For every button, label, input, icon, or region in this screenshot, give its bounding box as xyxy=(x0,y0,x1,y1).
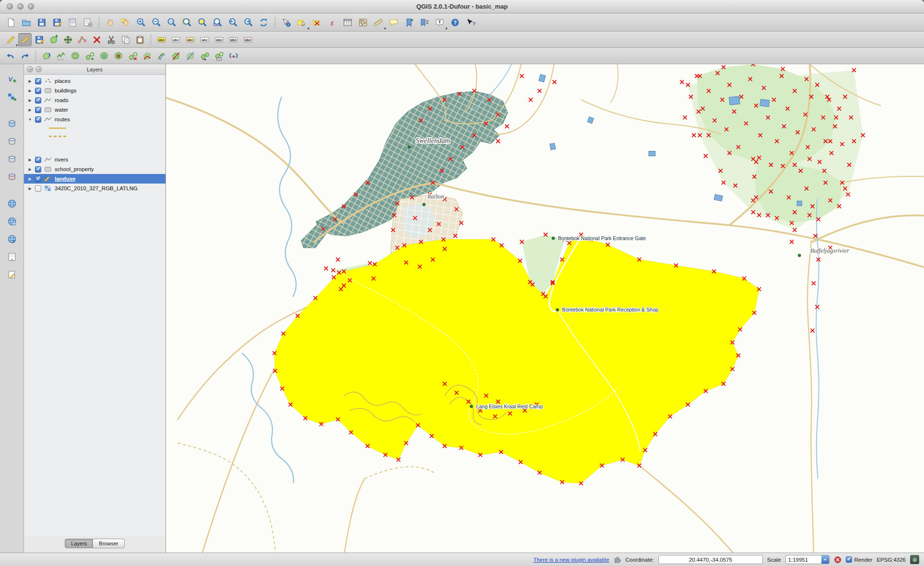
paste-features-button[interactable] xyxy=(133,33,147,46)
float-panel-button[interactable]: ○ xyxy=(35,66,42,72)
zoom-in-button[interactable] xyxy=(134,15,148,30)
map-tips-button[interactable] xyxy=(386,15,401,30)
scale-combobox[interactable]: 1:19951 ▾ xyxy=(785,555,830,564)
layer-visibility-checkbox[interactable] xyxy=(35,88,41,94)
highlight-pinned-labels-button[interactable] xyxy=(184,33,197,46)
new-project-button[interactable] xyxy=(4,15,18,30)
undo-button[interactable] xyxy=(4,49,17,63)
select-by-expression-button[interactable] xyxy=(325,15,339,30)
add-wcs-layer-button[interactable] xyxy=(5,214,19,229)
expand-arrow-icon[interactable]: ▶ xyxy=(27,167,33,172)
panel-tab-layers[interactable]: Layers xyxy=(65,539,93,548)
pan-map-button[interactable] xyxy=(103,15,117,30)
close-window-button[interactable] xyxy=(7,3,13,10)
layer-item-roads[interactable]: ▶roads xyxy=(24,95,165,105)
merge-attributes-button[interactable] xyxy=(212,49,226,63)
add-wms-layer-button[interactable] xyxy=(5,196,19,211)
rotate-feature-button[interactable] xyxy=(40,49,53,63)
expand-arrow-icon[interactable]: ▶ xyxy=(27,158,33,162)
expand-arrow-icon[interactable]: ▶ xyxy=(27,108,33,112)
add-part-button[interactable] xyxy=(83,49,96,63)
zoom-last-button[interactable] xyxy=(226,15,240,30)
save-project-as-button[interactable] xyxy=(50,15,64,30)
expand-arrow-icon[interactable]: ▶ xyxy=(27,89,33,93)
render-checkbox[interactable] xyxy=(846,556,852,563)
add-ring-button[interactable] xyxy=(69,49,82,63)
expand-arrow-icon[interactable]: ▶ xyxy=(27,177,33,181)
simplify-feature-button[interactable] xyxy=(54,49,68,63)
new-print-composer-button[interactable] xyxy=(65,15,80,30)
zoom-window-button[interactable] xyxy=(28,3,34,10)
add-oracle-layer-button[interactable] xyxy=(5,170,19,184)
layer-item-school_property[interactable]: ▶school_property xyxy=(24,164,165,174)
deselect-features-button[interactable] xyxy=(310,15,324,30)
show-bookmarks-button[interactable] xyxy=(417,15,432,30)
add-vector-layer-button[interactable] xyxy=(5,72,19,86)
reshape-features-button[interactable] xyxy=(140,49,154,63)
layer-item-buildings[interactable]: ▶buildings xyxy=(24,86,165,95)
text-annotation-button[interactable]: ▾ xyxy=(433,15,447,30)
save-layer-edits-button[interactable] xyxy=(33,33,46,46)
add-feature-button[interactable] xyxy=(47,33,60,46)
layer-item-routes[interactable]: ▼routes xyxy=(24,115,165,124)
select-features-button[interactable]: ▾ xyxy=(294,15,309,30)
layer-item-water[interactable]: ▶water xyxy=(24,105,165,115)
layer-item-places[interactable]: ▶places xyxy=(24,76,165,86)
scale-dropdown-button[interactable]: ▾ xyxy=(821,555,829,564)
new-shapefile-layer-button[interactable] xyxy=(5,267,19,282)
node-tool-button[interactable] xyxy=(76,33,89,46)
open-project-button[interactable] xyxy=(19,15,34,30)
zoom-out-button[interactable] xyxy=(149,15,164,30)
labeling-options-button[interactable] xyxy=(155,33,168,46)
whats-this-button[interactable] xyxy=(463,15,478,30)
help-button[interactable] xyxy=(448,15,462,30)
layer-visibility-checkbox[interactable] xyxy=(35,97,41,104)
stop-rendering-icon[interactable] xyxy=(834,556,842,564)
current-edits-button[interactable]: ▾ xyxy=(4,33,17,46)
layer-visibility-checkbox[interactable] xyxy=(35,166,41,173)
move-label-button[interactable] xyxy=(212,33,226,46)
add-postgis-layer-button[interactable] xyxy=(5,116,19,131)
minimize-window-button[interactable] xyxy=(17,3,23,10)
add-mssql-layer-button[interactable] xyxy=(5,152,19,166)
pan-to-selection-button[interactable] xyxy=(118,15,133,30)
close-panel-button[interactable]: × xyxy=(27,66,33,72)
move-feature-button[interactable] xyxy=(61,33,75,46)
map-canvas[interactable]: SwellendamRailtonBontebok National Park … xyxy=(166,64,924,553)
layer-visibility-checkbox[interactable] xyxy=(35,157,41,163)
add-wfs-layer-button[interactable] xyxy=(5,232,19,246)
refresh-map-button[interactable] xyxy=(257,15,271,30)
add-raster-layer-button[interactable] xyxy=(5,90,19,104)
show-hide-labels-button[interactable] xyxy=(198,33,211,46)
toggle-editing-button[interactable] xyxy=(18,33,32,46)
collapse-arrow-icon[interactable]: ▼ xyxy=(27,117,33,122)
new-bookmark-button[interactable] xyxy=(402,15,416,30)
delete-part-button[interactable] xyxy=(126,49,140,63)
crs-status-icon[interactable]: ⊕ xyxy=(910,555,919,564)
delete-ring-button[interactable] xyxy=(112,49,125,63)
cut-features-button[interactable] xyxy=(105,33,118,46)
redo-button[interactable] xyxy=(18,49,32,63)
layer-visibility-checkbox[interactable] xyxy=(35,185,41,192)
fill-ring-button[interactable] xyxy=(97,49,111,63)
expand-arrow-icon[interactable]: ▶ xyxy=(27,79,33,83)
layer-visibility-checkbox[interactable] xyxy=(35,116,41,123)
layer-visibility-checkbox[interactable] xyxy=(35,176,41,182)
layer-visibility-checkbox[interactable] xyxy=(35,107,41,113)
identify-features-button[interactable] xyxy=(279,15,293,30)
plugin-update-link[interactable]: There is a new plugin available xyxy=(533,557,609,563)
merge-features-button[interactable] xyxy=(198,49,211,63)
change-label-properties-button[interactable] xyxy=(241,33,255,46)
title-bar[interactable]: QGIS 2.0.1-Dufour - basic_map xyxy=(0,0,924,13)
split-parts-button[interactable] xyxy=(184,49,197,63)
copy-features-button[interactable] xyxy=(119,33,132,46)
rotate-label-button[interactable] xyxy=(227,33,240,46)
rotate-point-symbols-button[interactable] xyxy=(227,49,240,63)
measure-button[interactable]: ▾ xyxy=(371,15,386,30)
layer-item-3420C_2010_327_RGB_LATLNG[interactable]: ▶3420C_2010_327_RGB_LATLNG xyxy=(24,184,165,193)
layer-item-rivers[interactable]: ▶rivers xyxy=(24,155,165,164)
offset-curve-button[interactable] xyxy=(155,49,168,63)
open-attribute-table-button[interactable] xyxy=(340,15,355,30)
field-calculator-button[interactable] xyxy=(356,15,370,30)
zoom-native-resolution-button[interactable] xyxy=(164,15,179,30)
